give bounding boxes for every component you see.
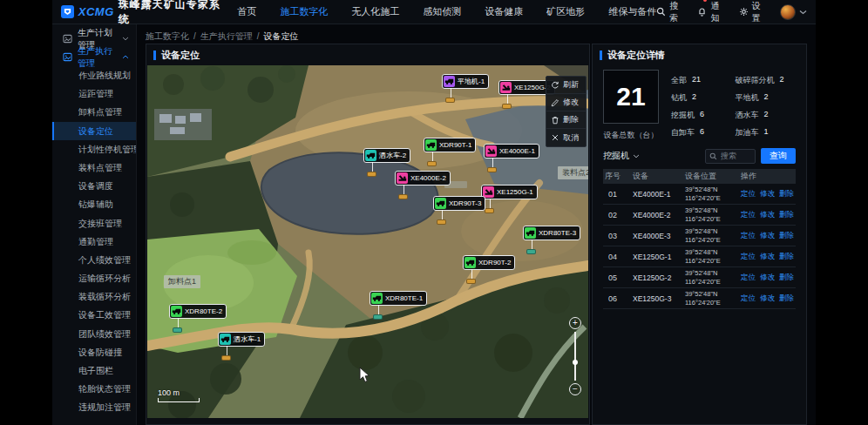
locate-link[interactable]: 定位 bbox=[741, 252, 756, 262]
marker-pointer-line bbox=[372, 162, 373, 172]
nav-item[interactable]: 设备健康 bbox=[485, 5, 523, 18]
sidebar-item[interactable]: 计划性停机管理 bbox=[52, 140, 136, 159]
modify-link[interactable]: 修改 bbox=[760, 273, 775, 283]
vehicle-on-map bbox=[398, 194, 408, 199]
sidebar-item[interactable]: 设备调度 bbox=[52, 177, 136, 195]
equipment-icon bbox=[525, 227, 536, 239]
sidebar-item[interactable]: 运距管理 bbox=[52, 84, 136, 103]
sidebar: 生产计划管理 生产执行管理 作业路线规划运距管理卸料点管理设备定位计划性停机管理… bbox=[52, 24, 137, 425]
equipment-marker[interactable]: 洒水车-2 bbox=[363, 148, 410, 163]
modify-link[interactable]: 修改 bbox=[760, 252, 775, 262]
modify-link[interactable]: 修改 bbox=[760, 231, 775, 241]
sidebar-item[interactable]: 个人绩效管理 bbox=[52, 251, 136, 269]
nav-item[interactable]: 矿区地形 bbox=[546, 5, 585, 18]
modify-link[interactable]: 修改 bbox=[760, 189, 775, 199]
table-row[interactable]: 02 XE4000E-2 39°52'48"N 116°24'20"E 定位 修… bbox=[603, 205, 796, 226]
delete-link[interactable]: 删除 bbox=[779, 293, 794, 304]
search-button[interactable]: 搜索 bbox=[656, 0, 685, 24]
zoom-out-button[interactable]: − bbox=[569, 383, 581, 395]
sidebar-item[interactable]: 设备工效管理 bbox=[52, 306, 136, 324]
vehicle-on-map bbox=[502, 104, 512, 109]
vehicle-on-map bbox=[526, 249, 536, 254]
equipment-marker[interactable]: 平地机-1 bbox=[442, 74, 489, 89]
table-row[interactable]: 05 XE1250G-2 39°52'48"N 116°24'20"E 定位 修… bbox=[603, 267, 796, 288]
settings-button[interactable]: 设置 bbox=[739, 0, 768, 24]
sidebar-item[interactable]: 作业路线规划 bbox=[52, 66, 136, 84]
search-input[interactable] bbox=[721, 152, 750, 160]
equipment-type-select[interactable]: 挖掘机 bbox=[603, 150, 640, 162]
delete-link[interactable]: 删除 bbox=[779, 189, 794, 199]
sidebar-item[interactable]: 装料点管理 bbox=[52, 159, 136, 177]
modify-link[interactable]: 修改 bbox=[760, 210, 775, 220]
sidebar-item[interactable]: 设备定位 bbox=[52, 122, 136, 140]
table-row[interactable]: 06 XE1250G-3 39°52'48"N 116°24'20"E 定位 修… bbox=[603, 288, 796, 309]
sidebar-item[interactable]: 钻爆辅助 bbox=[52, 195, 136, 213]
satellite-map[interactable]: 装料点2卸料点1 平地机-1 bbox=[147, 65, 588, 418]
search-field[interactable] bbox=[705, 149, 756, 164]
table-row[interactable]: 03 XE4000E-3 39°52'48"N 116°24'20"E 定位 修… bbox=[603, 226, 796, 246]
table-row[interactable]: 04 XE1250G-1 39°52'48"N 116°24'20"E 定位 修… bbox=[603, 246, 796, 267]
notifications-button[interactable]: 通知 bbox=[697, 0, 726, 24]
modify-link[interactable]: 修改 bbox=[760, 293, 775, 304]
equipment-marker[interactable]: XDR90T-2 bbox=[463, 255, 515, 270]
sidebar-item[interactable]: 电子围栏 bbox=[52, 361, 136, 380]
edit-button[interactable]: 修改 bbox=[546, 94, 586, 111]
cancel-button[interactable]: 取消 bbox=[546, 129, 586, 146]
sidebar-item[interactable]: 装载循环分析 bbox=[52, 287, 136, 306]
equipment-marker[interactable]: XE1250G-1 bbox=[481, 185, 538, 199]
nav-item[interactable]: 施工数字化 bbox=[280, 5, 328, 18]
equipment-marker[interactable]: XE4000E-1 bbox=[484, 144, 539, 159]
delete-link[interactable]: 删除 bbox=[779, 252, 794, 262]
sidebar-item[interactable]: 团队绩效管理 bbox=[52, 325, 136, 343]
user-menu[interactable] bbox=[780, 4, 807, 20]
locate-link[interactable]: 定位 bbox=[741, 293, 756, 304]
delete-link[interactable]: 删除 bbox=[779, 273, 794, 283]
zoom-in-button[interactable]: + bbox=[569, 317, 581, 329]
equipment-marker[interactable]: XDR90T-1 bbox=[424, 138, 476, 152]
sidebar-item[interactable]: 卸料点管理 bbox=[52, 103, 136, 121]
locate-link[interactable]: 定位 bbox=[741, 189, 756, 199]
nav-item[interactable]: 首页 bbox=[237, 5, 256, 18]
sidebar-group-production-exec[interactable]: 生产执行管理 bbox=[52, 48, 136, 66]
table-row[interactable]: 01 XE4000E-1 39°52'48"N 116°24'20"E 定位 修… bbox=[603, 184, 796, 205]
zoom-slider-knob[interactable] bbox=[573, 360, 578, 365]
sidebar-item[interactable]: 交接班管理 bbox=[52, 214, 136, 233]
locate-link[interactable]: 定位 bbox=[741, 273, 756, 283]
sidebar-item[interactable]: 设备防碰撞 bbox=[52, 343, 136, 361]
search-icon bbox=[656, 7, 666, 17]
delete-link[interactable]: 删除 bbox=[779, 231, 794, 241]
sidebar-item[interactable]: 轮胎状态管理 bbox=[52, 380, 136, 398]
locate-link[interactable]: 定位 bbox=[741, 210, 756, 220]
breadcrumb-item[interactable]: 施工数字化 bbox=[146, 30, 189, 43]
equipment-marker[interactable]: XDR80TE-1 bbox=[370, 291, 427, 306]
nav-item[interactable]: 感知侦测 bbox=[423, 5, 461, 18]
breadcrumb-item[interactable]: 生产执行管理 bbox=[200, 30, 253, 43]
equipment-icon bbox=[220, 334, 231, 345]
equipment-marker[interactable]: 洒水车-1 bbox=[218, 332, 265, 347]
delete-link[interactable]: 删除 bbox=[779, 210, 794, 220]
sidebar-item[interactable]: 违规加注管理 bbox=[52, 398, 136, 416]
marker-pointer-line bbox=[378, 305, 379, 314]
stat-value: 6 bbox=[700, 127, 704, 138]
row-index: 01 bbox=[605, 190, 633, 199]
title-accent-bar bbox=[600, 51, 602, 60]
equipment-marker-label: XDR90T-2 bbox=[478, 259, 511, 266]
nav-item[interactable]: 无人化施工 bbox=[351, 5, 399, 18]
zoom-slider[interactable] bbox=[574, 332, 576, 381]
locate-link[interactable]: 定位 bbox=[741, 231, 756, 241]
stat-value: 6 bbox=[700, 110, 704, 121]
delete-button[interactable]: 删除 bbox=[546, 111, 586, 129]
sidebar-item[interactable]: 运输循环分析 bbox=[52, 269, 136, 287]
details-panel: 设备定位详情 21 设备总数（台） 全部 21 bbox=[592, 44, 807, 425]
refresh-button[interactable]: 刷新 bbox=[546, 77, 586, 94]
chevron-down-icon bbox=[799, 10, 807, 15]
query-button[interactable]: 查询 bbox=[761, 148, 796, 164]
equipment-marker[interactable]: XDR80TE-3 bbox=[523, 226, 580, 240]
sidebar-item[interactable]: 通勤管理 bbox=[52, 233, 136, 251]
row-index: 04 bbox=[605, 253, 633, 261]
equipment-marker[interactable]: XE4000E-2 bbox=[395, 171, 451, 186]
equipment-marker[interactable]: XDR80TE-2 bbox=[169, 304, 227, 319]
equipment-marker[interactable]: XDR90T-3 bbox=[433, 196, 485, 211]
stat-item: 平地机 2 bbox=[736, 92, 797, 104]
nav-item[interactable]: 维保与备件 bbox=[608, 5, 656, 18]
